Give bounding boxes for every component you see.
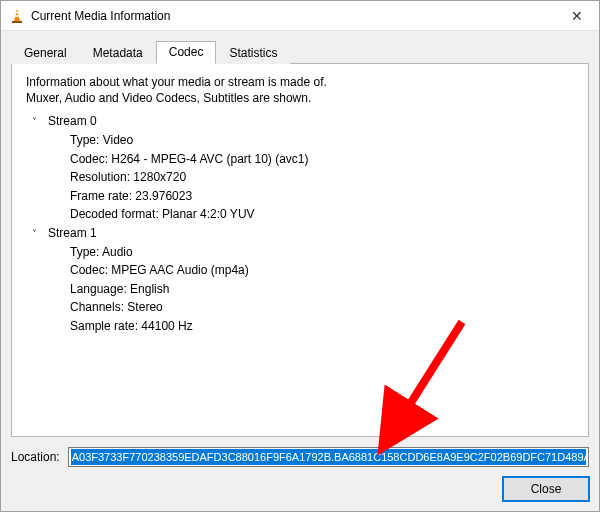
tab-panel-codec: Information about what your media or str… xyxy=(11,63,589,437)
tree-leaf[interactable]: Codec: H264 - MPEG-4 AVC (part 10) (avc1… xyxy=(70,150,574,169)
panel-description: Information about what your media or str… xyxy=(26,74,574,106)
window-close-button[interactable]: ✕ xyxy=(554,1,599,30)
tree-node-stream-1[interactable]: ˅ Stream 1 xyxy=(26,224,574,243)
svg-rect-3 xyxy=(12,21,22,23)
tab-general[interactable]: General xyxy=(11,42,80,64)
panel-desc-line: Information about what your media or str… xyxy=(26,74,574,90)
location-input[interactable]: A03F3733F770238359EDAFD3C88016F9F6A1792B… xyxy=(68,447,589,467)
chevron-down-icon[interactable]: ˅ xyxy=(32,114,42,130)
tab-statistics[interactable]: Statistics xyxy=(216,42,290,64)
chevron-down-icon[interactable]: ˅ xyxy=(32,226,42,242)
tree-node-stream-0[interactable]: ˅ Stream 0 xyxy=(26,112,574,131)
tree-leaf[interactable]: Frame rate: 23.976023 xyxy=(70,187,574,206)
tree-node-label: Stream 0 xyxy=(48,112,97,131)
tree-leaf[interactable]: Resolution: 1280x720 xyxy=(70,168,574,187)
tree-leaf[interactable]: Type: Video xyxy=(70,131,574,150)
button-row: Close xyxy=(11,477,589,501)
tree-leaf[interactable]: Type: Audio xyxy=(70,243,574,262)
tree-leaf[interactable]: Sample rate: 44100 Hz xyxy=(70,317,574,336)
tree-children-stream-1: Type: Audio Codec: MPEG AAC Audio (mp4a)… xyxy=(26,243,574,336)
tab-metadata[interactable]: Metadata xyxy=(80,42,156,64)
tab-codec[interactable]: Codec xyxy=(156,41,217,64)
tree-node-label: Stream 1 xyxy=(48,224,97,243)
titlebar: Current Media Information ✕ xyxy=(1,1,599,31)
location-row: Location: A03F3733F770238359EDAFD3C88016… xyxy=(11,447,589,467)
tree-leaf[interactable]: Channels: Stereo xyxy=(70,298,574,317)
tabstrip: General Metadata Codec Statistics xyxy=(11,39,589,63)
close-icon: ✕ xyxy=(571,8,583,24)
tree-children-stream-0: Type: Video Codec: H264 - MPEG-4 AVC (pa… xyxy=(26,131,574,224)
dialog-window: Current Media Information ✕ General Meta… xyxy=(0,0,600,512)
client-area: General Metadata Codec Statistics Inform… xyxy=(1,31,599,511)
codec-tree[interactable]: ˅ Stream 0 Type: Video Codec: H264 - MPE… xyxy=(26,112,574,426)
bottom-bar: Location: A03F3733F770238359EDAFD3C88016… xyxy=(11,437,589,501)
tree-leaf[interactable]: Decoded format: Planar 4:2:0 YUV xyxy=(70,205,574,224)
svg-marker-0 xyxy=(14,9,20,21)
location-value: A03F3733F770238359EDAFD3C88016F9F6A1792B… xyxy=(71,449,586,465)
svg-rect-1 xyxy=(15,12,19,14)
tree-leaf[interactable]: Codec: MPEG AAC Audio (mp4a) xyxy=(70,261,574,280)
vlc-cone-icon xyxy=(9,8,25,24)
panel-desc-line: Muxer, Audio and Video Codecs, Subtitles… xyxy=(26,90,574,106)
close-button[interactable]: Close xyxy=(503,477,589,501)
tree-leaf[interactable]: Language: English xyxy=(70,280,574,299)
window-title: Current Media Information xyxy=(31,9,554,23)
svg-rect-2 xyxy=(15,15,20,17)
location-label: Location: xyxy=(11,450,60,464)
